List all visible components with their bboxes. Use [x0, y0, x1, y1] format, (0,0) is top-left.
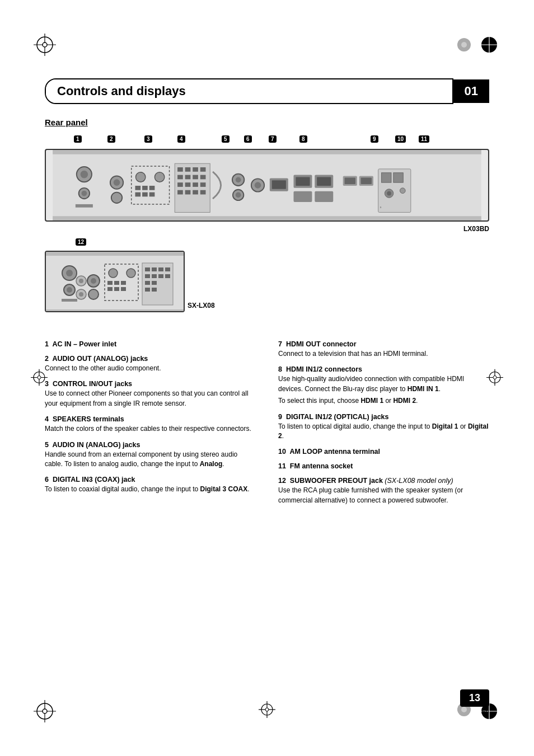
- item-2-title: AUDIO OUT (ANALOG) jacks: [52, 355, 148, 363]
- item-4: 4 SPEAKERS terminals Match the colors of…: [45, 415, 256, 434]
- svg-point-10: [43, 709, 47, 713]
- svg-rect-75: [394, 173, 403, 182]
- svg-rect-62: [272, 180, 286, 189]
- callout-3: 3: [144, 135, 152, 143]
- main-diagram-container: 1 2 3 4 5 6 7 8 9 10 11: [45, 135, 489, 222]
- svg-rect-87: [62, 299, 77, 302]
- svg-point-93: [127, 269, 135, 278]
- item-1: 1 AC IN – Power inlet: [45, 340, 256, 348]
- main-panel-diagram: °: [45, 149, 489, 222]
- item-7-title: HDMI OUT connector: [286, 340, 357, 348]
- item-8-title: HDMI IN1/2 connectors: [286, 365, 362, 373]
- callout-10: 10: [395, 135, 406, 143]
- svg-rect-53: [193, 190, 198, 195]
- svg-rect-108: [165, 274, 170, 278]
- item-6-num: 6: [45, 476, 49, 483]
- item-9-header: 9 DIGITAL IN1/2 (OPTICAL) jacks: [278, 413, 489, 421]
- item-4-header: 4 SPEAKERS terminals: [45, 415, 256, 423]
- svg-point-28: [111, 192, 122, 203]
- item-7-body: Connect to a television that has an HDMI…: [278, 349, 489, 359]
- svg-rect-70: [345, 177, 355, 184]
- item-2-body: Connect to the other audio component.: [45, 364, 256, 373]
- svg-rect-52: [185, 190, 191, 195]
- panel-svg: °: [46, 150, 488, 220]
- callout-11: 11: [419, 135, 429, 143]
- item-4-body: Match the colors of the speaker cables t…: [45, 424, 256, 434]
- item-8-header: 8 HDMI IN1/2 connectors: [278, 365, 489, 373]
- item-2-header: 2 AUDIO OUT (ANALOG) jacks: [45, 355, 256, 363]
- svg-rect-81: [46, 252, 185, 256]
- callout-2: 2: [107, 135, 115, 143]
- item-6: 6 DIGITAL IN3 (COAX) jack To listen to c…: [45, 476, 256, 494]
- small-diagram-container: 12: [45, 238, 489, 312]
- item-5: 5 AUDIO IN (ANALOG) jacks Handle sound f…: [45, 441, 256, 469]
- svg-point-58: [236, 192, 241, 198]
- item-10: 10 AM LOOP antenna terminal: [278, 448, 489, 456]
- item-5-num: 5: [45, 441, 49, 449]
- bottom-center-mark: [259, 701, 275, 720]
- svg-point-31: [154, 172, 164, 182]
- svg-rect-101: [145, 267, 150, 271]
- svg-rect-36: [142, 192, 148, 197]
- svg-rect-107: [158, 274, 163, 278]
- svg-point-116: [79, 292, 83, 297]
- item-8-body2: To select this input, choose HDMI 1 or H…: [278, 396, 489, 406]
- svg-rect-103: [158, 267, 163, 271]
- item-10-header: 10 AM LOOP antenna terminal: [278, 448, 489, 456]
- item-8-body: Use high-quality audio/video connection …: [278, 374, 489, 394]
- item-12-title: SUBWOOFER PREOUT jack: [290, 477, 383, 485]
- model-label-2: SX-LX08: [188, 302, 215, 309]
- item-1-num: 1: [45, 340, 49, 348]
- right-center-mark: [486, 369, 503, 387]
- svg-rect-99: [121, 287, 126, 291]
- item-9: 9 DIGITAL IN1/2 (OPTICAL) jacks To liste…: [278, 413, 489, 442]
- svg-rect-72: [361, 177, 372, 184]
- svg-point-22: [81, 171, 88, 179]
- svg-rect-49: [193, 182, 198, 187]
- item-8-num: 8: [278, 365, 282, 373]
- chapter-badge: 01: [453, 79, 489, 103]
- svg-rect-42: [200, 167, 206, 172]
- page-header: Controls and displays 01: [45, 78, 489, 104]
- svg-rect-102: [152, 267, 157, 271]
- page-number-badge: 13: [460, 689, 489, 707]
- svg-rect-66: [317, 177, 331, 186]
- callout-6: 6: [244, 135, 252, 143]
- callout-row-small: 12: [45, 238, 489, 251]
- svg-rect-96: [121, 281, 126, 285]
- svg-rect-54: [200, 190, 206, 195]
- item-12: 12 SUBWOOFER PREOUT jack (SX-LX08 model …: [278, 477, 489, 505]
- item-9-body: To listen to optical digital audio, chan…: [278, 422, 489, 442]
- svg-rect-41: [193, 167, 198, 172]
- svg-rect-25: [76, 204, 93, 208]
- svg-rect-19: [53, 150, 481, 154]
- svg-point-90: [88, 289, 99, 299]
- svg-point-56: [236, 177, 241, 182]
- svg-rect-82: [46, 309, 185, 312]
- svg-point-3: [43, 43, 47, 47]
- svg-point-24: [82, 191, 87, 196]
- callout-8: 8: [299, 135, 307, 143]
- svg-point-78: [400, 188, 405, 194]
- page-lang: En: [482, 708, 489, 715]
- item-6-header: 6 DIGITAL IN3 (COAX) jack: [45, 476, 256, 483]
- svg-rect-48: [185, 182, 191, 187]
- item-5-header: 5 AUDIO IN (ANALOG) jacks: [45, 441, 256, 449]
- item-7-num: 7: [278, 340, 282, 348]
- item-1-title: AC IN – Power inlet: [52, 340, 116, 348]
- svg-rect-20: [53, 216, 481, 220]
- svg-point-86: [67, 287, 72, 293]
- item-5-body: Handle sound from an external component …: [45, 450, 256, 469]
- item-3: 3 CONTROL IN/OUT jacks Use to connect ot…: [45, 380, 256, 408]
- text-columns: 1 AC IN – Power inlet 2 AUDIO OUT (ANALO…: [45, 340, 489, 512]
- item-1-header: 1 AC IN – Power inlet: [45, 340, 256, 348]
- svg-point-30: [135, 172, 145, 182]
- item-3-title: CONTROL IN/OUT jacks: [53, 380, 132, 388]
- svg-point-17: [461, 707, 467, 712]
- item-11-num: 11: [278, 462, 286, 470]
- left-column: 1 AC IN – Power inlet 2 AUDIO OUT (ANALO…: [45, 340, 256, 512]
- item-9-title: DIGITAL IN1/2 (OPTICAL) jacks: [286, 413, 389, 421]
- right-column: 7 HDMI OUT connector Connect to a televi…: [278, 340, 489, 512]
- svg-rect-32: [135, 186, 140, 190]
- svg-rect-39: [177, 167, 183, 172]
